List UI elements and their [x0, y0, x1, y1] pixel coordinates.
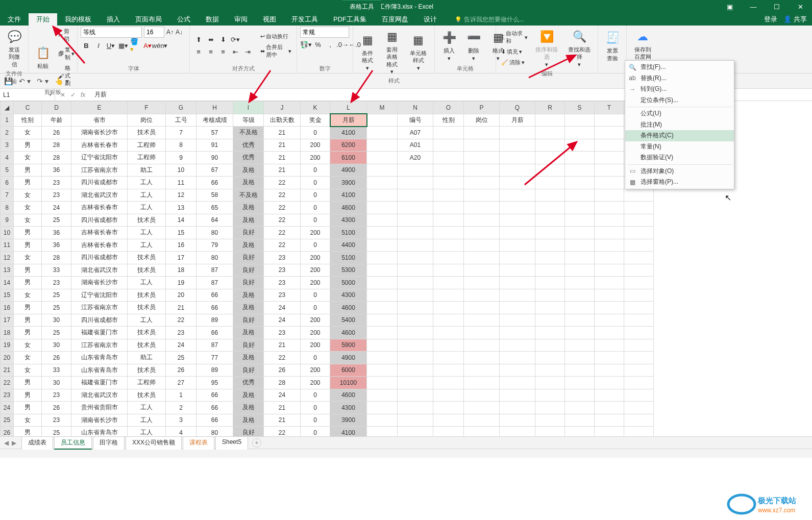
- cell[interactable]: 技术员: [128, 264, 166, 277]
- cell[interactable]: [464, 252, 500, 264]
- cell[interactable]: 4100: [330, 127, 367, 139]
- orientation-icon[interactable]: ⟳▾: [230, 34, 241, 45]
- cell[interactable]: 66: [196, 402, 233, 414]
- cell[interactable]: [595, 264, 624, 277]
- font-size-select[interactable]: [144, 27, 164, 38]
- cell[interactable]: 湖北省武汉市: [71, 264, 128, 277]
- cell[interactable]: 200: [301, 227, 330, 239]
- row-header[interactable]: 15: [1, 289, 14, 302]
- italic-icon[interactable]: I: [93, 40, 104, 51]
- cell[interactable]: [367, 389, 398, 402]
- cell[interactable]: 36: [42, 164, 71, 177]
- wrap-text-button[interactable]: ↩ 自动换行: [258, 32, 293, 41]
- cell[interactable]: [500, 127, 535, 139]
- cell[interactable]: 技术员: [128, 252, 166, 264]
- cell[interactable]: [565, 402, 595, 414]
- cell[interactable]: [565, 127, 595, 139]
- cell[interactable]: 4300: [330, 402, 367, 414]
- row-header[interactable]: 4: [1, 152, 14, 164]
- cell[interactable]: [500, 389, 535, 402]
- cell[interactable]: [595, 139, 624, 152]
- cell[interactable]: 技术员: [128, 214, 166, 227]
- col-header[interactable]: H: [196, 102, 233, 114]
- cell[interactable]: [398, 177, 433, 189]
- sheet-tab[interactable]: 成绩表: [21, 436, 53, 450]
- cell[interactable]: 26: [42, 127, 71, 139]
- cell[interactable]: [500, 189, 535, 202]
- cell[interactable]: [500, 202, 535, 214]
- align-top-icon[interactable]: ⬆: [193, 34, 204, 45]
- cell[interactable]: [595, 389, 624, 402]
- cell[interactable]: 岗位: [464, 114, 500, 127]
- cell[interactable]: 18: [166, 264, 196, 277]
- cell[interactable]: [398, 414, 433, 427]
- cell[interactable]: 28: [42, 152, 71, 164]
- cell[interactable]: 22: [264, 177, 301, 189]
- cell[interactable]: 200: [301, 264, 330, 277]
- cell[interactable]: [367, 277, 398, 289]
- cell[interactable]: [535, 327, 565, 339]
- tab-view[interactable]: 视图: [255, 13, 284, 26]
- cell[interactable]: 良好: [233, 427, 264, 437]
- cell[interactable]: [464, 377, 500, 389]
- cell[interactable]: [398, 389, 433, 402]
- cell[interactable]: 28: [264, 377, 301, 389]
- cell[interactable]: [367, 402, 398, 414]
- cell[interactable]: 福建省厦门市: [71, 327, 128, 339]
- row-header[interactable]: 12: [1, 252, 14, 264]
- menu-item[interactable]: 🔍查找(F)...: [625, 62, 734, 73]
- cell[interactable]: 57: [196, 127, 233, 139]
- undo-icon[interactable]: ↶ ▾: [19, 77, 31, 85]
- cell[interactable]: [433, 152, 464, 164]
- col-header[interactable]: Q: [500, 102, 535, 114]
- cell[interactable]: 91: [196, 139, 233, 152]
- cell[interactable]: [398, 202, 433, 214]
- cell[interactable]: [464, 239, 500, 252]
- cell[interactable]: [500, 364, 535, 377]
- cell[interactable]: 23: [42, 177, 71, 189]
- select-all[interactable]: ◢: [1, 102, 14, 114]
- cell[interactable]: [500, 239, 535, 252]
- cell[interactable]: 技术员: [128, 327, 166, 339]
- cell[interactable]: [624, 189, 654, 202]
- cell[interactable]: [535, 364, 565, 377]
- cell[interactable]: [535, 414, 565, 427]
- cell[interactable]: 4: [166, 427, 196, 437]
- cell[interactable]: 58: [196, 189, 233, 202]
- cell[interactable]: [595, 377, 624, 389]
- cell[interactable]: 30: [42, 314, 71, 327]
- row-header[interactable]: 1: [1, 114, 14, 127]
- cell[interactable]: 21: [264, 127, 301, 139]
- cell[interactable]: 10100: [330, 377, 367, 389]
- cell[interactable]: 25: [42, 327, 71, 339]
- cell[interactable]: 36: [42, 227, 71, 239]
- cell[interactable]: [367, 364, 398, 377]
- menu-item[interactable]: ▦选择窗格(P)...: [625, 177, 734, 188]
- cell[interactable]: [595, 214, 624, 227]
- cell[interactable]: 200: [301, 252, 330, 264]
- cell[interactable]: 23: [264, 264, 301, 277]
- cell[interactable]: [464, 214, 500, 227]
- cell[interactable]: [500, 214, 535, 227]
- cell[interactable]: [433, 177, 464, 189]
- cell[interactable]: [367, 152, 398, 164]
- row-header[interactable]: 25: [1, 414, 14, 427]
- cell[interactable]: 24: [264, 389, 301, 402]
- cell[interactable]: 13: [166, 202, 196, 214]
- cell[interactable]: 0: [301, 389, 330, 402]
- cell[interactable]: 技术员: [128, 127, 166, 139]
- cell[interactable]: 28: [42, 252, 71, 264]
- cell[interactable]: 四川省成都市: [71, 214, 128, 227]
- delete-cells-button[interactable]: ➖删除▾: [462, 28, 485, 64]
- cell[interactable]: 95: [196, 377, 233, 389]
- cell[interactable]: [367, 327, 398, 339]
- cell[interactable]: 及格: [233, 327, 264, 339]
- cell[interactable]: 及格: [233, 214, 264, 227]
- cell[interactable]: [464, 277, 500, 289]
- cell[interactable]: [500, 414, 535, 427]
- col-header[interactable]: D: [42, 102, 71, 114]
- cell[interactable]: [464, 152, 500, 164]
- cell[interactable]: 吉林省长春市: [71, 239, 128, 252]
- cell[interactable]: 3: [166, 414, 196, 427]
- cell[interactable]: 技术员: [128, 339, 166, 352]
